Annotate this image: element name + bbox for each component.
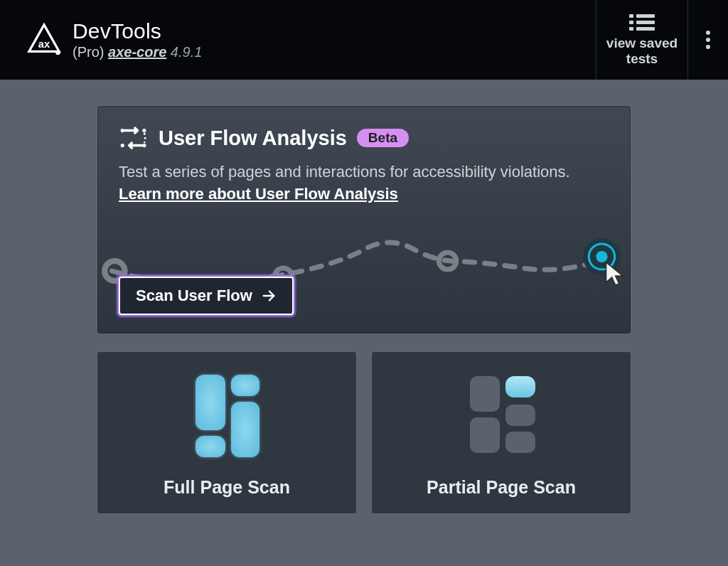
kebab-icon	[705, 30, 711, 50]
app-title: DevTools	[73, 19, 202, 44]
svg-rect-26	[231, 375, 259, 396]
full-page-scan-icon	[170, 370, 284, 461]
tier-label: (Pro)	[73, 44, 104, 60]
flow-icon	[119, 124, 149, 151]
logo-block: ax DevTools (Pro) axe-core 4.9.1	[26, 19, 202, 60]
partial-page-scan-icon	[444, 370, 558, 461]
main-stage: User Flow Analysis Beta Test a series of…	[0, 80, 728, 514]
svg-rect-6	[629, 27, 633, 31]
svg-rect-5	[636, 21, 655, 24]
beta-badge: Beta	[357, 129, 409, 147]
svg-rect-2	[629, 14, 633, 18]
svg-rect-3	[636, 14, 655, 18]
svg-rect-31	[505, 405, 535, 426]
full-page-scan-tile[interactable]: Full Page Scan	[97, 351, 357, 514]
hero-desc-text: Test a series of pages and interactions …	[119, 163, 570, 181]
cursor-icon	[606, 262, 623, 285]
scan-button-label: Scan User Flow	[136, 287, 252, 305]
svg-point-19	[589, 244, 614, 269]
overflow-menu-button[interactable]	[688, 0, 728, 80]
svg-point-17	[439, 252, 456, 269]
svg-point-10	[706, 45, 710, 49]
saved-tests-label-2: tests	[626, 51, 658, 67]
view-saved-tests-button[interactable]: view saved tests	[596, 0, 688, 80]
svg-rect-33	[505, 376, 535, 397]
partial-page-scan-tile[interactable]: Partial Page Scan	[371, 351, 631, 514]
partial-page-scan-label: Partial Page Scan	[427, 477, 576, 498]
hero-title: User Flow Analysis	[159, 127, 347, 150]
svg-point-18	[583, 238, 621, 275]
svg-rect-32	[505, 432, 535, 453]
list-icon	[628, 13, 656, 33]
user-flow-card: User Flow Analysis Beta Test a series of…	[97, 105, 631, 334]
svg-point-14	[142, 144, 146, 147]
full-page-scan-label: Full Page Scan	[164, 477, 290, 498]
arrow-right-icon	[261, 288, 277, 304]
saved-tests-label-1: view saved	[606, 36, 678, 51]
svg-text:ax: ax	[38, 38, 50, 50]
svg-rect-30	[470, 417, 500, 453]
app-subtitle: (Pro) axe-core 4.9.1	[73, 44, 202, 60]
learn-more-link[interactable]: Learn more about User Flow Analysis	[119, 185, 398, 203]
scan-user-flow-button[interactable]: Scan User Flow	[119, 277, 294, 315]
axe-version: 4.9.1	[171, 44, 202, 60]
svg-rect-28	[196, 436, 225, 457]
hero-description: Test a series of pages and interactions …	[119, 161, 574, 205]
axe-logo-icon: ax	[26, 21, 63, 58]
svg-rect-7	[636, 27, 655, 31]
svg-rect-25	[196, 375, 225, 430]
svg-rect-29	[470, 376, 500, 412]
svg-point-0	[55, 50, 60, 55]
axe-core-link[interactable]: axe-core	[108, 44, 166, 60]
svg-rect-4	[629, 21, 633, 24]
svg-rect-27	[231, 402, 259, 457]
svg-point-12	[142, 129, 146, 132]
app-header: ax DevTools (Pro) axe-core 4.9.1 view sa…	[0, 0, 728, 80]
scan-tiles: Full Page Scan Partial Page Scan	[97, 351, 631, 514]
svg-point-20	[596, 251, 607, 262]
svg-point-13	[121, 144, 124, 147]
svg-point-8	[706, 31, 710, 35]
svg-point-9	[706, 38, 710, 42]
header-actions: view saved tests	[596, 0, 728, 80]
